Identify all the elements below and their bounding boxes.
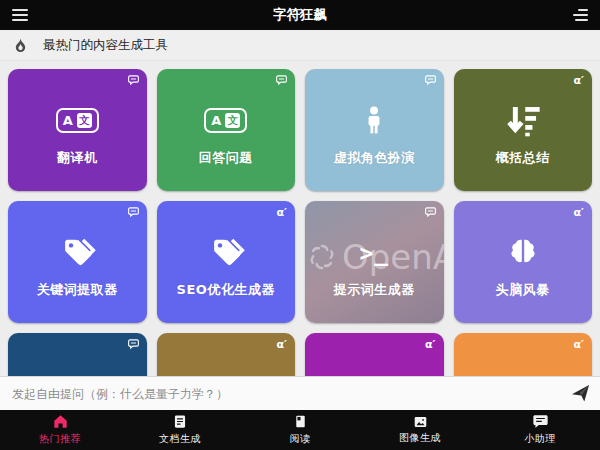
app-header: 字符狂飙: [0, 0, 600, 30]
alpha-icon: α′: [425, 339, 435, 350]
tool-card[interactable]: 虚拟角色扮演: [305, 69, 444, 191]
tags-icon: [58, 234, 96, 272]
alpha-icon: α′: [574, 75, 584, 86]
alpha-icon: α′: [574, 339, 584, 350]
section-title: 最热门的内容生成工具: [43, 37, 168, 54]
tool-card[interactable]: 关键词提取器: [8, 201, 147, 323]
alpha-icon: α′: [574, 207, 584, 218]
document-icon: [173, 414, 187, 429]
sort-descending-icon: [505, 103, 541, 139]
nav-item-document[interactable]: 文档生成: [120, 410, 240, 450]
prompt-bar: [0, 376, 600, 410]
terminal-icon: >_: [359, 240, 389, 266]
nav-item-chat[interactable]: 小助理: [480, 410, 600, 450]
person-icon: [359, 103, 389, 139]
brain-icon: [506, 237, 540, 269]
chat-bubble-icon: [425, 207, 436, 220]
nav-item-label: 阅读: [290, 432, 311, 446]
tags-icon: [207, 234, 245, 272]
tool-card-label: 头脑风暴: [496, 281, 550, 299]
chat-bubble-icon: [276, 75, 287, 88]
hamburger-menu-icon[interactable]: [12, 9, 29, 21]
alpha-icon: α′: [277, 339, 287, 350]
sort-menu-icon[interactable]: [571, 9, 588, 21]
nav-item-home[interactable]: 热门推荐: [0, 410, 120, 450]
nav-item-label: 图像生成: [399, 431, 441, 445]
tool-card-label: 虚拟角色扮演: [334, 149, 415, 167]
app-title: 字符狂飙: [0, 6, 600, 24]
chat-bubble-icon: [128, 75, 139, 88]
home-icon: [53, 414, 68, 429]
tool-card[interactable]: A文 翻译机: [8, 69, 147, 191]
tool-card-label: 概括总结: [496, 149, 550, 167]
tool-card[interactable]: OpenAI >_ 提示词生成器: [305, 201, 444, 323]
send-icon[interactable]: [571, 384, 590, 403]
nav-item-image[interactable]: 图像生成: [360, 410, 480, 450]
bottom-nav: 热门推荐 文档生成 阅读 图像生成 小助理: [0, 410, 600, 450]
tool-card[interactable]: A文 回答问题: [157, 69, 296, 191]
image-icon: [413, 415, 428, 429]
tool-card[interactable]: α′ 概括总结: [454, 69, 593, 191]
chat-icon: [533, 414, 548, 429]
book-icon: [294, 414, 307, 429]
openai-logo-icon: [307, 242, 337, 272]
nav-item-label: 热门推荐: [39, 432, 81, 446]
nav-item-label: 文档生成: [159, 432, 201, 446]
alpha-icon: α′: [277, 207, 287, 218]
chat-bubble-icon: [128, 339, 139, 352]
flame-icon: [13, 37, 28, 54]
tool-card-label: 回答问题: [199, 149, 253, 167]
translate-icon: A文: [204, 108, 247, 133]
tool-card[interactable]: α′ 头脑风暴: [454, 201, 593, 323]
tool-card-label: 翻译机: [57, 149, 98, 167]
free-question-input[interactable]: [10, 386, 563, 402]
chat-bubble-icon: [128, 207, 139, 220]
section-header: 最热门的内容生成工具: [0, 30, 600, 61]
tool-card-label: 提示词生成器: [334, 281, 415, 299]
tool-card-label: 关键词提取器: [37, 281, 118, 299]
nav-item-book[interactable]: 阅读: [240, 410, 360, 450]
chat-bubble-icon: [425, 75, 436, 88]
tool-card[interactable]: α′ SEO优化生成器: [157, 201, 296, 323]
translate-icon: A文: [56, 108, 99, 133]
tool-card-label: SEO优化生成器: [177, 281, 275, 299]
nav-item-label: 小助理: [524, 432, 556, 446]
